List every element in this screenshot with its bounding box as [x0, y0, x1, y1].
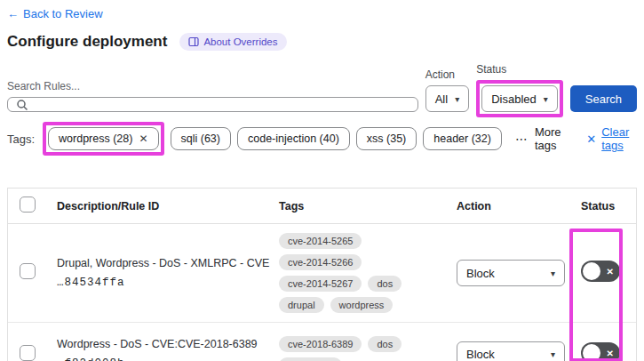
chevron-down-icon: ▾ [455, 94, 459, 104]
filter-row: Search Rules... Action All ▾ Status Disa… [7, 63, 637, 112]
rule-tag-badge: cve-2018-6389 [279, 336, 362, 352]
clear-tags-label: Clear tags [601, 125, 637, 152]
rules-table: Description/Rule ID Tags Action Status D… [7, 188, 637, 361]
rule-action-cell: Block ▾ [452, 341, 576, 361]
remove-tag-icon[interactable]: ✕ [139, 132, 147, 145]
action-select-dropdown[interactable]: Block ▾ [457, 341, 565, 361]
tag-filter-pill[interactable]: xss (35) [356, 127, 417, 150]
action-select-value: Block [466, 348, 495, 361]
about-overrides-badge[interactable]: About Overrides [179, 33, 286, 51]
status-filter-annotation-highlight: Disabled ▾ [476, 80, 563, 117]
toggle-x-icon: ✕ [607, 267, 614, 277]
more-tags-button[interactable]: ⋯ More tags [515, 125, 568, 152]
search-icon [16, 99, 28, 111]
action-filter-label: Action [425, 68, 469, 81]
rule-tags-cell: cve-2018-6389doswordpress [274, 327, 452, 361]
configure-deployment-page: ← Back to Review Configure deployment Ab… [0, 0, 644, 361]
tag-filter-pill[interactable]: code-injection (40) [237, 127, 350, 150]
select-all-checkbox[interactable] [20, 197, 36, 213]
chevron-down-icon: ▾ [551, 269, 555, 278]
rule-tag-badge: drupal [279, 297, 324, 313]
action-filter-dropdown[interactable]: All ▾ [425, 85, 469, 112]
tags-bar: Tags: wordpress (28) ✕ sqli (63)code-inj… [7, 122, 637, 156]
row-checkbox[interactable] [20, 345, 36, 361]
rule-status-cell: ✕ [576, 342, 636, 361]
header-description: Description/Rule ID [52, 200, 274, 213]
header-checkbox-cell [8, 197, 52, 215]
clear-tags-button[interactable]: ✕ Clear tags [586, 125, 637, 152]
rule-description: Wordpress - DoS - CVE:CVE-2018-6389 [57, 335, 270, 354]
more-tags-label: More tags [535, 125, 568, 152]
ellipsis-icon: ⋯ [515, 132, 529, 146]
rule-description-cell: Wordpress - DoS - CVE:CVE-2018-6389 …f82… [52, 335, 274, 361]
table-row: Wordpress - DoS - CVE:CVE-2018-6389 …f82… [8, 323, 636, 361]
rule-action-cell: Block ▾ [452, 260, 576, 286]
rule-tag-badge: wordpress [279, 357, 342, 361]
rule-tag-badge: dos [368, 336, 402, 352]
chevron-down-icon: ▾ [544, 94, 548, 104]
row-checkbox-cell [8, 263, 52, 283]
action-select-dropdown[interactable]: Block ▾ [457, 260, 565, 286]
rule-description: Drupal, Wordpress - DoS - XMLRPC - CVE:C… [57, 254, 270, 273]
tag-filter-pill[interactable]: header (32) [423, 127, 502, 150]
rule-tag-badge: wordpress [330, 297, 394, 313]
tag-filter-wordpress[interactable]: wordpress (28) ✕ [48, 127, 158, 150]
table-header-row: Description/Rule ID Tags Action Status [8, 189, 636, 224]
rule-tags-cell: cve-2014-5265cve-2014-5266cve-2014-5267d… [274, 224, 452, 322]
selected-tag-annotation-highlight: wordpress (28) ✕ [43, 122, 163, 156]
tag-filter-label: wordpress (28) [59, 132, 132, 145]
header-status: Status [576, 200, 636, 213]
search-button[interactable]: Search [570, 85, 637, 112]
book-icon [188, 36, 199, 47]
search-rules-label: Search Rules... [7, 80, 418, 92]
toggle-knob [583, 344, 600, 361]
rule-tag-badge: cve-2014-5266 [279, 254, 362, 270]
status-filter-dropdown[interactable]: Disabled ▾ [481, 85, 558, 112]
rule-tag-badge: cve-2014-5265 [279, 233, 362, 249]
back-arrow-icon: ← [7, 7, 19, 20]
page-title: Configure deployment [7, 33, 167, 51]
tag-filter-list: sqli (63)code-injection (40)xss (35)head… [171, 127, 502, 150]
tag-filter-pill[interactable]: sqli (63) [171, 127, 231, 150]
status-toggle-off[interactable]: ✕ [581, 261, 620, 282]
row-checkbox[interactable] [20, 263, 36, 279]
status-filter-label: Status [476, 63, 563, 76]
search-input-box[interactable] [7, 97, 418, 112]
rule-description-cell: Drupal, Wordpress - DoS - XMLRPC - CVE:C… [52, 254, 274, 293]
action-filter-value: All [435, 92, 448, 106]
header-tags: Tags [274, 200, 452, 213]
toggle-x-icon: ✕ [607, 348, 614, 357]
action-filter-field: Action All ▾ [425, 68, 469, 112]
table-row: Drupal, Wordpress - DoS - XMLRPC - CVE:C… [8, 224, 636, 323]
action-select-value: Block [466, 267, 495, 280]
clear-tags-icon: ✕ [586, 132, 596, 146]
header-action: Action [452, 200, 576, 213]
toggle-knob [583, 262, 600, 280]
back-link-label: Back to Review [23, 7, 103, 20]
title-row: Configure deployment About Overrides [7, 33, 637, 51]
chevron-down-icon: ▾ [551, 349, 555, 359]
rule-id: …f82d008b [57, 354, 270, 361]
status-filter-field: Status Disabled ▾ [476, 63, 563, 112]
rule-tag-badge: cve-2014-5267 [279, 276, 362, 292]
tags-label: Tags: [7, 132, 35, 146]
status-toggle-off[interactable]: ✕ [581, 342, 620, 361]
rule-tag-badge: dos [368, 276, 402, 292]
rule-id: …84534ffa [57, 273, 270, 293]
rule-status-cell: ✕ [576, 261, 636, 285]
search-field: Search Rules... [7, 80, 418, 112]
about-overrides-label: About Overrides [203, 36, 277, 47]
search-rules-input[interactable] [34, 98, 409, 111]
row-checkbox-cell [8, 345, 52, 361]
status-filter-value: Disabled [491, 92, 537, 106]
back-to-review-link[interactable]: ← Back to Review [7, 7, 103, 20]
